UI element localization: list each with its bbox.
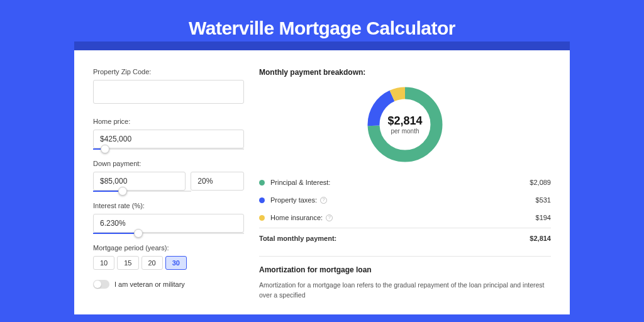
legend-row: Property taxes:?$531 bbox=[259, 191, 551, 209]
home-price-input[interactable] bbox=[93, 130, 244, 148]
zip-field-group: Property Zip Code: bbox=[93, 68, 244, 104]
mortgage-period-option-30[interactable]: 30 bbox=[165, 256, 187, 270]
down-payment-label: Down payment: bbox=[93, 160, 244, 167]
form-column: Property Zip Code: Home price: Down paym… bbox=[93, 68, 244, 314]
amortization-title: Amortization for mortgage loan bbox=[259, 265, 551, 274]
amortization-body: Amortization for a mortgage loan refers … bbox=[259, 280, 551, 301]
legend-dot bbox=[259, 215, 265, 221]
breakdown-total-row: Total monthly payment: $2,814 bbox=[259, 228, 551, 247]
header-shadow bbox=[74, 42, 570, 50]
legend-value: $194 bbox=[536, 214, 551, 221]
legend-row: Principal & Interest:$2,089 bbox=[259, 174, 551, 191]
mortgage-period-label: Mortgage period (years): bbox=[93, 244, 244, 252]
down-payment-slider[interactable] bbox=[93, 191, 191, 192]
mortgage-period-options: 10152030 bbox=[93, 256, 244, 270]
breakdown-total-label: Total monthly payment: bbox=[259, 235, 530, 242]
interest-rate-label: Interest rate (%): bbox=[93, 202, 244, 209]
down-payment-field-group: Down payment: bbox=[93, 160, 244, 191]
legend-label: Home insurance:? bbox=[270, 214, 536, 221]
amortization-section: Amortization for mortgage loan Amortizat… bbox=[259, 256, 551, 301]
veteran-toggle-label: I am veteran or military bbox=[114, 280, 185, 288]
donut-chart: $2,814 per month bbox=[365, 84, 445, 165]
donut-amount: $2,814 bbox=[387, 114, 422, 128]
results-column: Monthly payment breakdown: $2,814 per mo… bbox=[259, 68, 551, 314]
donut-chart-wrap: $2,814 per month bbox=[259, 84, 551, 165]
legend-dot bbox=[259, 197, 265, 203]
veteran-toggle-row: I am veteran or military bbox=[93, 280, 244, 289]
down-payment-percent-input[interactable] bbox=[191, 172, 244, 191]
zip-label: Property Zip Code: bbox=[93, 68, 244, 75]
legend-label: Principal & Interest: bbox=[270, 179, 530, 186]
legend-row: Home insurance:?$194 bbox=[259, 209, 551, 226]
calculator-card: Property Zip Code: Home price: Down paym… bbox=[74, 50, 570, 314]
info-icon[interactable]: ? bbox=[326, 214, 333, 221]
donut-center: $2,814 per month bbox=[365, 84, 445, 165]
zip-input[interactable] bbox=[93, 80, 244, 104]
home-price-field-group: Home price: bbox=[93, 118, 244, 148]
interest-rate-slider-handle[interactable] bbox=[134, 229, 143, 238]
interest-rate-input[interactable] bbox=[93, 214, 244, 233]
home-price-label: Home price: bbox=[93, 118, 244, 125]
veteran-toggle[interactable] bbox=[93, 280, 109, 289]
down-payment-amount-input[interactable] bbox=[93, 172, 186, 191]
legend-label: Property taxes:? bbox=[270, 196, 536, 204]
interest-rate-slider-fill bbox=[93, 233, 138, 234]
down-payment-slider-handle[interactable] bbox=[118, 187, 127, 196]
breakdown-title: Monthly payment breakdown: bbox=[259, 68, 551, 77]
donut-sub: per month bbox=[391, 128, 419, 135]
interest-rate-slider[interactable] bbox=[93, 233, 244, 234]
legend-dot bbox=[259, 180, 265, 186]
mortgage-period-option-10[interactable]: 10 bbox=[93, 256, 114, 270]
breakdown-total-value: $2,814 bbox=[530, 235, 551, 242]
mortgage-period-option-15[interactable]: 15 bbox=[117, 256, 138, 270]
mortgage-period-field-group: Mortgage period (years): 10152030 bbox=[93, 244, 244, 270]
mortgage-period-option-20[interactable]: 20 bbox=[142, 256, 163, 270]
info-icon[interactable]: ? bbox=[320, 197, 327, 204]
home-price-slider[interactable] bbox=[93, 148, 244, 150]
legend-value: $531 bbox=[536, 196, 551, 204]
breakdown-legend: Principal & Interest:$2,089Property taxe… bbox=[259, 174, 551, 226]
legend-value: $2,089 bbox=[530, 179, 551, 186]
home-price-slider-handle[interactable] bbox=[101, 145, 109, 153]
interest-rate-field-group: Interest rate (%): bbox=[93, 202, 244, 233]
